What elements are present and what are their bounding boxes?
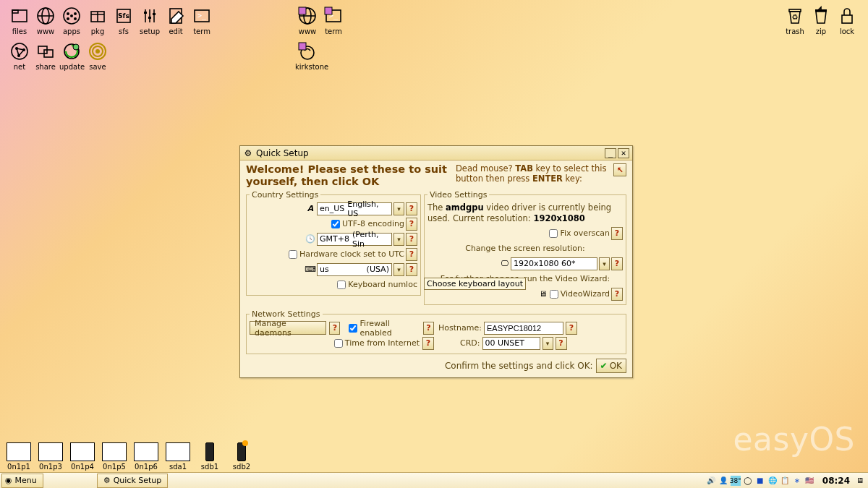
- hwclock-check[interactable]: Hardware clock set to UTC: [289, 249, 404, 259]
- tray-lock-icon[interactable]: 🇺🇸: [804, 476, 814, 486]
- res-combo[interactable]: 1920x1080 60*: [511, 257, 597, 270]
- desktop-edit[interactable]: edit: [163, 4, 188, 35]
- time-net-help[interactable]: ?: [422, 337, 434, 350]
- kb-drop[interactable]: [393, 263, 404, 276]
- os-watermark: easyOS: [733, 421, 855, 458]
- monitor-icon: 🖵: [499, 259, 509, 269]
- drive-sdb2[interactable]: sdb2: [227, 442, 256, 471]
- manage-daemons-button[interactable]: Manage daemons: [250, 321, 326, 335]
- desktop-share[interactable]: share: [33, 40, 58, 71]
- desktop-pkg[interactable]: pkg: [85, 4, 110, 35]
- change-res-label: Change the screen resolution:: [465, 244, 585, 253]
- daemons-help[interactable]: ?: [329, 322, 340, 335]
- tray-cpu-icon[interactable]: ◯: [743, 476, 753, 486]
- tz-combo[interactable]: GMT+8 (Perth, Sin: [317, 233, 392, 246]
- videowizard-check[interactable]: VideoWizard: [550, 289, 610, 299]
- res-drop[interactable]: [599, 257, 610, 270]
- tray-volume-icon[interactable]: 🔊: [706, 476, 716, 486]
- task-quicksetup[interactable]: ⚙ Quick Setup: [97, 474, 169, 488]
- res-help[interactable]: ?: [611, 257, 623, 270]
- crd-combo[interactable]: 00 UNSET: [482, 337, 540, 350]
- videowiz-help[interactable]: ?: [611, 288, 623, 301]
- country-legend: Country Settings: [250, 190, 320, 200]
- drive-sda1[interactable]: sda1: [163, 442, 192, 471]
- crd-drop[interactable]: [542, 337, 553, 350]
- desktop-lock[interactable]: lock: [835, 4, 859, 35]
- drive-0n1p6[interactable]: 0n1p6: [132, 442, 161, 471]
- titlebar[interactable]: ⚙ Quick Setup _ ✕: [240, 146, 632, 160]
- tz-help[interactable]: ?: [406, 233, 417, 246]
- svg-rect-18: [148, 17, 151, 19]
- kb-combo[interactable]: us (USA): [317, 263, 392, 276]
- desktop-kirkstone[interactable]: kirkstone: [295, 40, 320, 71]
- minimize-button[interactable]: _: [605, 148, 616, 158]
- tray-net-icon[interactable]: 🌐: [767, 476, 778, 486]
- firewall-help[interactable]: ?: [423, 322, 434, 335]
- desktop-sfs[interactable]: Sfssfs: [111, 4, 136, 35]
- gear-icon: ⚙: [103, 476, 111, 485]
- kirkstone-icon: [296, 40, 319, 63]
- crd-label: CRD:: [460, 338, 480, 348]
- desktop-www[interactable]: www: [33, 4, 58, 35]
- drive-0n1p3[interactable]: 0n1p3: [36, 442, 65, 471]
- utf8-check[interactable]: UTF-8 encoding: [331, 219, 404, 228]
- desktop-net[interactable]: net: [7, 40, 32, 71]
- svg-point-6: [67, 12, 69, 15]
- svg-rect-17: [144, 12, 147, 14]
- tz-drop[interactable]: [393, 233, 404, 246]
- quick-setup-window: ⚙ Quick Setup _ ✕ Welcome! Please set th…: [239, 145, 633, 378]
- overscan-check[interactable]: Fix overscan: [549, 228, 610, 238]
- svg-rect-37: [299, 7, 306, 14]
- hwclock-help[interactable]: ?: [406, 248, 417, 261]
- drive-0n1p4[interactable]: 0n1p4: [68, 442, 97, 471]
- clock[interactable]: 08:24: [820, 476, 853, 486]
- desktop-files[interactable]: files: [7, 4, 32, 35]
- desktop-zip[interactable]: zip: [809, 4, 833, 35]
- svg-point-10: [70, 14, 73, 17]
- desktop-term[interactable]: >_term: [190, 4, 214, 35]
- crd-help[interactable]: ?: [556, 337, 567, 350]
- hostname-help[interactable]: ?: [566, 322, 577, 335]
- desktop-apps[interactable]: apps: [59, 4, 84, 35]
- share-icon: [34, 40, 57, 63]
- firewall-check[interactable]: Firewall enabled: [349, 319, 420, 338]
- kb-help[interactable]: ?: [406, 263, 417, 276]
- tray-clipboard-icon[interactable]: 📋: [780, 476, 790, 486]
- tray-temp-icon[interactable]: 38°: [731, 476, 741, 486]
- desktop-save[interactable]: save: [85, 40, 110, 71]
- hostname-input[interactable]: [484, 322, 563, 335]
- tray-monitor-icon[interactable]: 🖥: [855, 476, 865, 486]
- term-icon: >_: [190, 4, 213, 27]
- network-legend: Network Settings: [250, 309, 323, 319]
- numlock-check[interactable]: Keyboard numloc: [337, 280, 417, 289]
- utf8-help[interactable]: ?: [406, 218, 417, 231]
- desktop-term2[interactable]: >_term: [321, 4, 346, 35]
- locale-help[interactable]: ?: [406, 202, 417, 215]
- desktop-icons-right: ♻trashziplock: [783, 4, 861, 35]
- svg-point-9: [74, 17, 77, 20]
- overscan-help[interactable]: ?: [611, 227, 623, 240]
- dead-mouse-hint: Dead mouse? TAB key to select this butto…: [456, 163, 613, 184]
- trash-icon: ♻: [783, 4, 807, 27]
- svg-rect-42: [299, 43, 306, 50]
- desktop-update[interactable]: update: [59, 40, 84, 71]
- locale-drop[interactable]: [393, 202, 404, 215]
- time-net-check[interactable]: Time from Internet: [334, 338, 420, 348]
- desktop-www2[interactable]: www: [295, 4, 320, 35]
- tray-user-icon[interactable]: 👤: [718, 476, 728, 486]
- keyboard-icon: ⌨: [305, 265, 315, 275]
- drive-sdb1[interactable]: sdb1: [195, 442, 224, 471]
- apps-icon: [60, 4, 83, 27]
- drive-0n1p5[interactable]: 0n1p5: [100, 442, 129, 471]
- net-icon: [8, 40, 31, 63]
- drive-0n1p1[interactable]: 0n1p1: [4, 442, 33, 471]
- dead-mouse-button[interactable]: ↖: [613, 163, 626, 176]
- menu-button[interactable]: ◉ Menu: [1, 474, 43, 488]
- ok-button[interactable]: ✔OK: [596, 359, 626, 373]
- tray-disk-icon[interactable]: ■: [755, 476, 765, 486]
- desktop-trash[interactable]: ♻trash: [783, 4, 807, 35]
- close-button[interactable]: ✕: [618, 148, 629, 158]
- desktop-setup[interactable]: setup: [137, 4, 162, 35]
- locale-combo[interactable]: en_US English, US: [317, 202, 392, 215]
- tray-bluetooth-icon[interactable]: ∗: [792, 476, 802, 486]
